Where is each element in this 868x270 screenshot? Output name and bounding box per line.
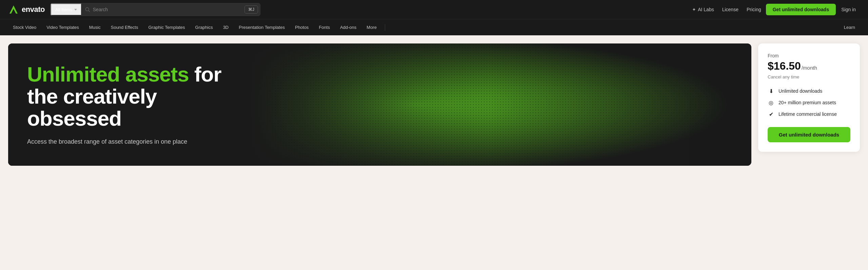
subnav-fonts[interactable]: Fonts bbox=[314, 23, 335, 32]
search-icon bbox=[85, 7, 90, 12]
subnav-stock-video[interactable]: Stock Video bbox=[8, 23, 41, 32]
logo-link[interactable]: envato bbox=[8, 4, 45, 15]
license-icon: ✔ bbox=[768, 111, 774, 118]
subnav-video-templates[interactable]: Video Templates bbox=[42, 23, 84, 32]
search-input[interactable] bbox=[93, 7, 241, 12]
chevron-down-icon bbox=[74, 9, 77, 11]
nav-license[interactable]: License bbox=[719, 5, 742, 14]
pricing-features-list: ⬇ Unlimited downloads ◎ 20+ million prem… bbox=[768, 88, 850, 118]
hero-banner: Unlimited assets for the creatively obse… bbox=[8, 43, 751, 166]
subnav-more[interactable]: More bbox=[362, 23, 381, 32]
subnav-graphics[interactable]: Graphics bbox=[191, 23, 218, 32]
subnav-photos[interactable]: Photos bbox=[290, 23, 313, 32]
hero-content: Unlimited assets for the creatively obse… bbox=[8, 47, 273, 162]
pricing-feature-downloads: ⬇ Unlimited downloads bbox=[768, 88, 850, 94]
pricing-card: From $16.50 /month Cancel any time ⬇ Unl… bbox=[758, 43, 860, 152]
download-icon: ⬇ bbox=[768, 88, 774, 94]
pricing-per-month: /month bbox=[802, 65, 817, 71]
envato-logo-icon bbox=[8, 4, 19, 15]
subnav-music[interactable]: Music bbox=[84, 23, 105, 32]
search-input-wrap bbox=[81, 7, 244, 12]
ai-labs-icon: ✦ bbox=[692, 7, 696, 12]
pricing-feature-assets: ◎ 20+ million premium assets bbox=[768, 99, 850, 106]
search-bar: All Items ⌘J bbox=[50, 3, 260, 16]
subnav-sound-effects[interactable]: Sound Effects bbox=[106, 23, 143, 32]
subnav-learn[interactable]: Learn bbox=[839, 23, 860, 32]
pricing-card-cta-button[interactable]: Get unlimited downloads bbox=[768, 127, 850, 142]
top-navigation: envato All Items ⌘J ✦ AI Labs License Pr… bbox=[0, 0, 868, 19]
feature-downloads-text: Unlimited downloads bbox=[778, 88, 822, 94]
hero-heading: Unlimited assets for the creatively obse… bbox=[27, 63, 254, 129]
svg-line-3 bbox=[88, 11, 90, 12]
ai-search-button[interactable]: ⌘J bbox=[244, 5, 258, 14]
pricing-dollar: $16.50 bbox=[768, 60, 801, 72]
subnav-graphic-templates[interactable]: Graphic Templates bbox=[143, 23, 190, 32]
assets-icon: ◎ bbox=[768, 99, 774, 106]
hero-section: Unlimited assets for the creatively obse… bbox=[0, 35, 868, 177]
pricing-from-label: From bbox=[768, 53, 850, 58]
pricing-feature-license: ✔ Lifetime commercial license bbox=[768, 111, 850, 118]
subnav-presentation-templates[interactable]: Presentation Templates bbox=[234, 23, 290, 32]
hero-subheading: Access the broadest range of asset categ… bbox=[27, 138, 254, 146]
search-category-dropdown[interactable]: All Items bbox=[51, 3, 81, 16]
pricing-cancel-label: Cancel any time bbox=[768, 74, 850, 79]
sub-nav-divider bbox=[385, 24, 385, 31]
nav-sign-in-button[interactable]: Sign in bbox=[837, 5, 860, 14]
subnav-3d[interactable]: 3D bbox=[218, 23, 234, 32]
nav-cta-button[interactable]: Get unlimited downloads bbox=[766, 4, 836, 15]
feature-assets-text: 20+ million premium assets bbox=[778, 100, 836, 105]
nav-ai-labs[interactable]: ✦ AI Labs bbox=[689, 5, 717, 14]
nav-pricing[interactable]: Pricing bbox=[743, 5, 765, 14]
hero-heading-green: Unlimited assets bbox=[27, 62, 189, 86]
pricing-amount: $16.50 /month bbox=[768, 60, 850, 72]
feature-license-text: Lifetime commercial license bbox=[778, 111, 837, 117]
subnav-add-ons[interactable]: Add-ons bbox=[335, 23, 361, 32]
search-category-label: All Items bbox=[55, 7, 72, 12]
sub-navigation: Stock Video Video Templates Music Sound … bbox=[0, 19, 868, 35]
logo-text: envato bbox=[22, 5, 45, 14]
nav-links: ✦ AI Labs License Pricing Get unlimited … bbox=[689, 4, 860, 15]
